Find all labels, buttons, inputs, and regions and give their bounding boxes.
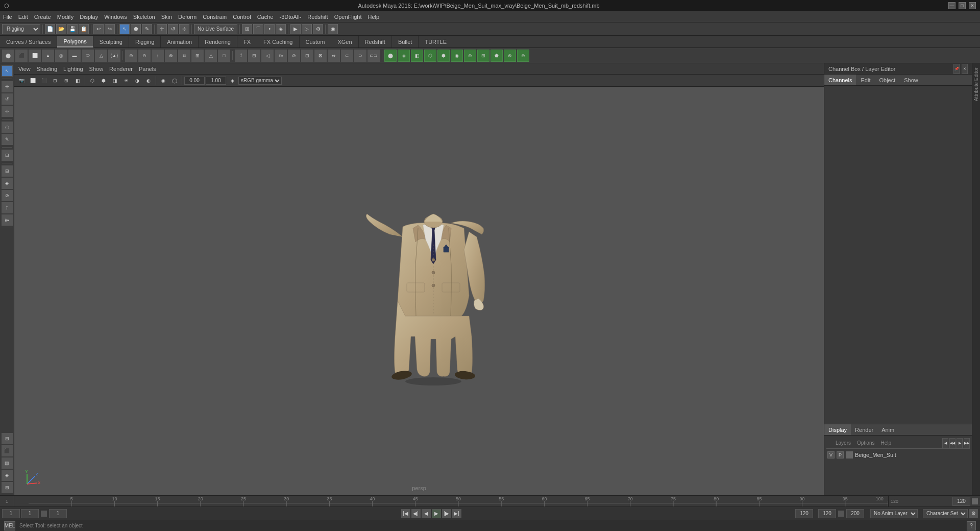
shelf-weld[interactable]: ⊃ [354,50,366,62]
rotate-tool-left[interactable]: ↺ [2,93,13,105]
shelf-sphere[interactable]: ⬤ [2,50,14,62]
undo-button[interactable]: ↩ [93,24,104,34]
shelf-prism[interactable]: △ [95,50,107,62]
shelf-green-1[interactable]: ⬤ [384,50,397,62]
menu-edit[interactable]: Edit [18,14,28,20]
viewport[interactable]: persp Z X Y [14,87,824,495]
vp-value2[interactable] [206,77,226,85]
new-scene-button[interactable]: 📄 [45,24,55,34]
shelf-separate[interactable]: ⊖ [138,50,151,62]
shelf-torus[interactable]: ◎ [55,50,67,62]
ipr-render-button[interactable]: ▷ [302,24,312,34]
hypershade-button[interactable]: ◉ [328,24,338,34]
save-as-button[interactable]: 📋 [79,24,89,34]
vp-value1[interactable] [184,77,205,85]
tab-turtle[interactable]: TURTLE [419,36,453,47]
close-button[interactable]: ✕ [969,2,976,9]
tab-xgen[interactable]: XGen [331,36,358,47]
open-scene-button[interactable]: 📂 [56,24,66,34]
tab-fx-caching[interactable]: FX Caching [257,36,299,47]
shelf-extrude[interactable]: ⤴ [235,50,247,62]
timeline-end-frame[interactable] [952,497,970,506]
vp-smooth-shade[interactable]: ⬢ [99,76,109,85]
shelf-disk[interactable]: ⬭ [82,50,94,62]
move-tool-button[interactable]: ✛ [157,24,167,34]
menu-skin[interactable]: Skin [161,14,172,20]
snap-point-button[interactable]: • [264,24,275,34]
shelf-smooth[interactable]: ≋ [178,50,190,62]
scale-tool-button[interactable]: ⊹ [179,24,189,34]
soft-select-left[interactable]: ◌ [2,122,13,133]
play-back-button[interactable]: ◀ [422,509,431,518]
shelf-target-weld[interactable]: ⊂ [341,50,353,62]
shelf-green-8[interactable]: ⊞ [477,50,489,62]
menu-help[interactable]: Help [368,14,379,20]
layer-prev-button[interactable]: ◀ [942,438,948,448]
tab-rendering[interactable]: Rendering [199,36,237,47]
layer-rewind-button[interactable]: ◀◀ [949,438,955,448]
shelf-green-9[interactable]: ⬟ [491,50,503,62]
character-set-select[interactable]: Character Set [923,509,968,518]
step-back-button[interactable]: ◀| [411,509,421,518]
vp-menu-show[interactable]: Show [89,66,104,72]
shelf-insert-loop[interactable]: ⊡ [301,50,313,62]
vp-isolate[interactable]: ◉ [158,76,168,85]
menu-cache[interactable]: Cache [257,14,274,20]
shelf-wedge[interactable]: ◁ [261,50,274,62]
shelf-collapse[interactable]: ⊂⊃ [368,50,380,62]
lasso-select-button[interactable]: ⬟ [131,24,141,34]
go-to-end-button[interactable]: ▶| [452,509,461,518]
vp-xray[interactable]: ◯ [169,76,180,85]
tab-custom[interactable]: Custom [300,36,332,47]
tab-display[interactable]: Display [824,424,851,435]
shelf-green-7[interactable]: ⊕ [464,50,476,62]
tab-fx[interactable]: FX [237,36,257,47]
timeline-ruler[interactable]: 5 10 15 20 25 30 35 40 45 50 55 60 65 70… [29,496,888,506]
paint-ops-left[interactable]: ✎ [2,134,13,145]
shelf-slide-edge[interactable]: ⇔ [328,50,340,62]
anim-end-input[interactable] [818,509,836,518]
shelf-average-vertices[interactable]: ⊞ [191,50,204,62]
tab-bullet[interactable]: Bullet [392,36,419,47]
shelf-boolean[interactable]: ⊗ [165,50,177,62]
tab-edit[interactable]: Edit [856,75,874,85]
shelf-combine[interactable]: ⊕ [125,50,137,62]
vp-menu-renderer[interactable]: Renderer [109,66,133,72]
shelf-green-3[interactable]: ◧ [411,50,423,62]
shelf-green-4[interactable]: ⬡ [424,50,436,62]
vp-film-gate[interactable]: ⬜ [28,76,38,85]
move-tool-left[interactable]: ✛ [2,81,13,92]
tab-show[interactable]: Show [900,75,922,85]
layer-playback[interactable]: P [837,451,844,458]
menu-create[interactable]: Create [34,14,51,20]
menu-deform[interactable]: Deform [178,14,197,20]
anim-layer-select[interactable]: No Anim Layer [870,509,918,518]
shelf-cylinder[interactable]: ⬜ [29,50,41,62]
shelf-quadrangulate[interactable]: □ [218,50,230,62]
snap-grid-button[interactable]: ⊞ [242,24,252,34]
shelf-green-2[interactable]: ◈ [398,50,410,62]
bevel-left[interactable]: ⌲ [2,214,13,226]
menu-skeleton[interactable]: Skeleton [133,14,155,20]
layer-visibility[interactable]: V [827,451,835,458]
help-icon[interactable]: ? [967,521,976,530]
vp-menu-view[interactable]: View [18,66,31,72]
rotate-tool-button[interactable]: ↺ [168,24,178,34]
menu-windows[interactable]: Windows [104,14,127,20]
vp-wireframe[interactable]: ⬡ [87,76,97,85]
render-current-button[interactable]: ▶ [290,24,301,34]
light-left[interactable]: ◈ [2,470,13,481]
scale-tool-left[interactable]: ⊹ [2,106,13,117]
display-options-left[interactable]: ⊟ [2,433,13,444]
shelf-green-10[interactable]: ⊗ [504,50,516,62]
layer-ff-button[interactable]: ▶▶ [964,438,970,448]
range-playback-start[interactable] [49,509,67,518]
vp-ao[interactable]: ◐ [143,76,154,85]
tab-polygons[interactable]: Polygons [57,36,93,47]
panel-pin-button[interactable]: 📌 [953,64,960,74]
render-left[interactable]: ▤ [2,457,13,469]
vp-grid-btn[interactable]: ⊞ [61,76,71,85]
shelf-split[interactable]: ⊘ [288,50,300,62]
paint-select-button[interactable]: ✎ [142,24,152,34]
menu-openflight[interactable]: OpenFlight [334,14,362,20]
